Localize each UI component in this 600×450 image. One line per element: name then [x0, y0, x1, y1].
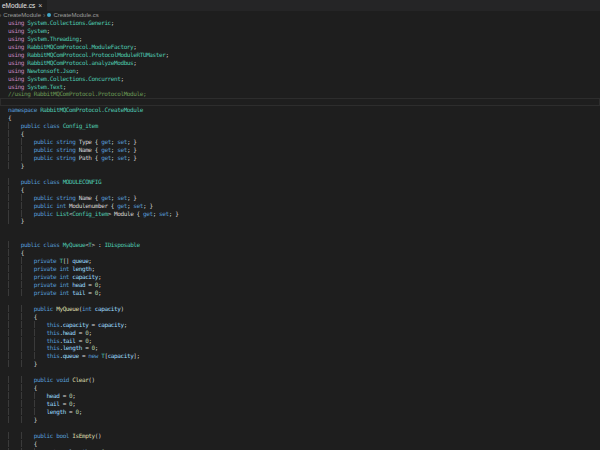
code-line[interactable]: }	[0, 360, 600, 368]
code-line[interactable]: public List<Config_item> Module { get; s…	[0, 210, 600, 218]
code-line[interactable]: public class MODULECONFIG	[0, 178, 600, 186]
code-line[interactable]: {	[0, 249, 600, 257]
code-token: =	[76, 337, 86, 344]
tab-createmodule-cs[interactable]: eModule.cs ×	[0, 0, 47, 11]
code-line[interactable]: head = 0;	[0, 392, 600, 400]
code-token: bool	[56, 432, 69, 439]
code-line[interactable]: public MyQueue(int capacity)	[0, 305, 600, 313]
code-line[interactable]: private int length;	[0, 265, 600, 273]
code-line[interactable]: {	[0, 186, 600, 194]
code-line[interactable]: namespace RabbitMQComProtocol.CreateModu…	[0, 106, 600, 114]
code-area[interactable]: using System.Collections.Generic;using S…	[0, 19, 600, 450]
code-token: tail	[63, 337, 76, 344]
code-token: using	[8, 19, 24, 26]
code-token: this	[47, 337, 60, 344]
code-line[interactable]: this.queue = new T[capacity];	[0, 352, 600, 360]
code-token: class	[43, 241, 59, 248]
code-line[interactable]: private T[] queue;	[0, 257, 600, 265]
indent-guide	[8, 360, 21, 367]
indent-guide	[34, 400, 47, 407]
code-token: ;	[98, 273, 101, 280]
code-token: MyQueue	[63, 241, 86, 248]
code-line[interactable]: tail = 0;	[0, 400, 600, 408]
code-token: Module	[114, 210, 133, 217]
code-line[interactable]: using System.Collections.Generic;	[0, 19, 600, 27]
code-line[interactable]: }	[0, 162, 600, 170]
code-line[interactable]: public string Path { get; set; }	[0, 154, 600, 162]
code-token: =	[85, 281, 95, 288]
code-token: Modulenumber	[69, 202, 108, 209]
code-token: get	[143, 210, 153, 217]
code-line[interactable]	[0, 424, 600, 432]
code-token: private	[34, 281, 57, 288]
code-token: public	[34, 194, 53, 201]
indent-guide	[8, 376, 21, 383]
indent-guide	[8, 289, 21, 296]
code-line[interactable]	[0, 225, 600, 233]
code-line[interactable]: {	[0, 313, 600, 321]
indent-guide	[8, 146, 21, 153]
code-token: }	[34, 360, 37, 367]
code-line[interactable]: private int tail = 0;	[0, 289, 600, 297]
code-line[interactable]: public void Clear()	[0, 376, 600, 384]
code-line[interactable]: using RabbitMQComProtocol.analyzeModbus;	[0, 59, 600, 67]
code-line[interactable]: private int head = 0;	[0, 281, 600, 289]
code-token: Name	[79, 194, 92, 201]
code-token: {	[108, 202, 118, 209]
code-token: public	[34, 305, 53, 312]
code-token: {	[34, 440, 37, 447]
code-line[interactable]: public int Modulenumber { get; set; }	[0, 202, 600, 210]
code-line[interactable]: this.length = 0;	[0, 344, 600, 352]
code-line[interactable]: length = 0;	[0, 408, 600, 416]
code-line[interactable]: using RabbitMQComProtocol.ProtocolModule…	[0, 51, 600, 59]
code-token: }	[21, 162, 24, 169]
code-line[interactable]: }	[0, 217, 600, 225]
indent-guide	[21, 210, 34, 217]
indent-guide	[21, 281, 34, 288]
indent-guide	[8, 281, 21, 288]
current-line-highlight[interactable]	[0, 98, 600, 106]
close-icon[interactable]: ×	[38, 2, 42, 9]
code-token: capacity	[108, 352, 134, 359]
breadcrumb-item-folder[interactable]: CreateModule	[3, 12, 41, 18]
code-line[interactable]: public bool IsEmpty()	[0, 432, 600, 440]
code-line[interactable]: using System.Threading;	[0, 35, 600, 43]
code-token: {	[21, 249, 24, 256]
code-line[interactable]: //using RabbitMQComProtocol.ProtocolModu…	[0, 90, 600, 98]
code-line[interactable]: this.tail = 0;	[0, 337, 600, 345]
code-line[interactable]: {	[0, 440, 600, 448]
indent-guide	[8, 352, 21, 359]
code-line[interactable]	[0, 368, 600, 376]
code-token: length	[47, 408, 66, 415]
code-line[interactable]	[0, 297, 600, 305]
code-line[interactable]: using System;	[0, 27, 600, 35]
code-line[interactable]: this.capacity = capacity;	[0, 321, 600, 329]
code-line[interactable]: public string Name { get; set; }	[0, 146, 600, 154]
code-line[interactable]: private int capacity;	[0, 273, 600, 281]
indent-guide	[8, 194, 21, 201]
code-line[interactable]	[0, 233, 600, 241]
code-line[interactable]: using RabbitMQComProtocol.ModuleFactory;	[0, 43, 600, 51]
indent-guide	[21, 329, 34, 336]
code-token: string	[56, 154, 75, 161]
code-token: ;	[88, 337, 91, 344]
code-line[interactable]: using System.Text;	[0, 83, 600, 91]
code-line[interactable]: }	[0, 416, 600, 424]
code-line[interactable]	[0, 170, 600, 178]
code-line[interactable]: this.head = 0;	[0, 329, 600, 337]
code-line[interactable]: public string Name { get; set; }	[0, 194, 600, 202]
indent-guide	[21, 138, 34, 145]
code-line[interactable]: using System.Collections.Concurrent;	[0, 75, 600, 83]
code-line[interactable]: {	[0, 130, 600, 138]
breadcrumb-item-file[interactable]: CreateModule.cs	[53, 12, 98, 18]
indent-guide	[34, 344, 47, 351]
code-token: {	[21, 130, 24, 137]
code-line[interactable]: public string Type { get; set; }	[0, 138, 600, 146]
code-line[interactable]: public class MyQueue<T> : IDisposable	[0, 241, 600, 249]
code-line[interactable]: using Newtonsoft.Json;	[0, 67, 600, 75]
code-editor[interactable]: using System.Collections.Generic;using S…	[0, 19, 600, 450]
code-token: > :	[92, 241, 105, 248]
code-line[interactable]: {	[0, 114, 600, 122]
code-line[interactable]: public class Config_item	[0, 122, 600, 130]
code-line[interactable]: {	[0, 384, 600, 392]
